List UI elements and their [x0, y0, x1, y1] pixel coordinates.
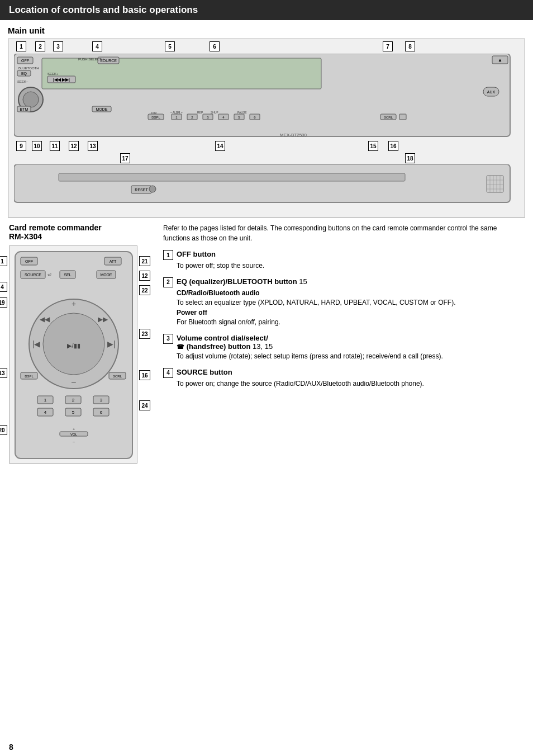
cr-num-13: 13: [0, 368, 7, 378]
card-remote-diagram: 1 4 19 13 20 21 12 22 23 16 24 OFF ATT: [9, 245, 137, 464]
svg-text:2: 2: [72, 398, 75, 403]
desc-num-4: 4: [163, 368, 173, 378]
intro-text: Refer to the pages listed for details. T…: [163, 223, 524, 243]
num-2: 2: [35, 41, 45, 51]
svg-text:▶▶: ▶▶: [98, 315, 108, 323]
svg-text:5: 5: [72, 410, 75, 415]
main-unit-title: Main unit: [8, 26, 516, 35]
num-8: 8: [405, 41, 415, 51]
desc-header-2: 2 EQ (equalizer)/BLUETOOTH button 15: [163, 277, 524, 287]
svg-text:ATT: ATT: [110, 259, 117, 263]
num-15: 15: [368, 141, 378, 151]
desc-body-2a: To select an equalizer type (XPLOD, NATU…: [177, 298, 524, 308]
svg-text:6: 6: [100, 410, 103, 415]
svg-text:VOL: VOL: [70, 433, 78, 436]
svg-text:▶|: ▶|: [107, 339, 116, 348]
desc-title-1: OFF button: [177, 250, 216, 258]
num-18: 18: [405, 153, 415, 163]
num-12: 12: [69, 141, 79, 151]
svg-text:RESET: RESET: [135, 188, 148, 192]
svg-text:MODE: MODE: [101, 273, 112, 277]
num-16: 16: [388, 141, 398, 151]
second-device-svg: RESET: [14, 164, 517, 205]
desc-header-4: 4 SOURCE button: [163, 368, 524, 378]
cr-num-1: 1: [0, 256, 7, 266]
svg-text:SOURCE: SOURCE: [25, 273, 41, 277]
num-3: 3: [53, 41, 63, 51]
svg-rect-1: [42, 58, 321, 89]
desc-header-1: 1 OFF button: [163, 250, 524, 260]
cr-num-12: 12: [139, 271, 150, 281]
desc-num-1: 1: [163, 250, 173, 260]
cr-num-21: 21: [139, 256, 150, 266]
svg-text:⏎: ⏎: [47, 272, 51, 277]
cr-num-16: 16: [139, 370, 150, 380]
desc-body-4: To power on; change the source (Radio/CD…: [177, 379, 524, 389]
svg-text:+: +: [72, 299, 76, 308]
svg-text:BLUETOOTH: BLUETOOTH: [18, 67, 39, 70]
svg-text:MODE: MODE: [96, 107, 108, 111]
desc-item-3: 3 Volume control dial/select/ ☎ (handsfr…: [163, 334, 524, 361]
num-10: 10: [32, 141, 42, 151]
svg-text:SCRL: SCRL: [113, 375, 122, 378]
num-9: 9: [16, 141, 26, 151]
desc-sub2-title-2: Power off: [177, 308, 524, 318]
svg-text:▲: ▲: [498, 58, 502, 63]
desc-sub-title-2: CD/Radio/Bluetooth audio: [177, 289, 524, 298]
svg-text:+: +: [73, 427, 75, 431]
page-header: Location of controls and basic operation…: [0, 0, 533, 20]
svg-text:EQ: EQ: [21, 72, 27, 76]
svg-rect-52: [487, 176, 503, 192]
desc-header-3: 3 Volume control dial/select/ ☎ (handsfr…: [163, 334, 524, 351]
desc-num-2: 2: [163, 277, 173, 287]
desc-item-1: 1 OFF button To power off; stop the sour…: [163, 250, 524, 271]
svg-text:DSPL: DSPL: [25, 375, 34, 378]
cr-num-24: 24: [139, 400, 150, 410]
svg-text:◀◀: ◀◀: [40, 315, 50, 323]
svg-text:SEEK+: SEEK+: [47, 72, 59, 75]
desc-num-3: 3: [163, 334, 173, 344]
svg-rect-47: [14, 164, 510, 202]
num-14: 14: [215, 141, 225, 151]
svg-text:OFF: OFF: [21, 59, 29, 63]
lower-section: Card remote commander RM-X304 1 4 19 13 …: [9, 223, 524, 464]
desc-body-2: CD/Radio/Bluetooth audio To select an eq…: [177, 289, 524, 327]
svg-text:SHUF: SHUF: [211, 111, 218, 114]
svg-text:DSPL: DSPL: [151, 116, 160, 119]
desc-body-2b: For Bluetooth signal on/off, pairing.: [177, 318, 524, 327]
svg-text:– ALBM +: – ALBM +: [170, 111, 183, 114]
svg-text:OFF: OFF: [25, 259, 33, 263]
svg-text:–: –: [73, 440, 75, 443]
num-4: 4: [92, 41, 102, 51]
card-remote-svg: OFF ATT SOURCE SEL ⏎ MODE + – |◀: [9, 246, 138, 464]
page-title: Location of controls and basic operation…: [9, 4, 198, 15]
svg-text:1: 1: [44, 398, 47, 403]
svg-text:PAUSE: PAUSE: [237, 111, 247, 114]
num-5: 5: [165, 41, 175, 51]
desc-item-4: 4 SOURCE button To power on; change the …: [163, 368, 524, 389]
svg-text:BTM: BTM: [20, 107, 28, 111]
svg-text:SCRL: SCRL: [384, 116, 393, 119]
desc-title-2: EQ (equalizer)/BLUETOOTH button 15: [177, 277, 307, 286]
card-remote-title: Card remote commander RM-X304: [9, 223, 137, 241]
desc-title-3: Volume control dial/select/ ☎ (handsfree…: [177, 334, 273, 351]
svg-rect-41: [399, 114, 406, 120]
descriptions-area: Refer to the pages listed for details. T…: [163, 223, 524, 395]
svg-text:|◀◀  ▶▶|: |◀◀ ▶▶|: [53, 77, 70, 82]
svg-text:3: 3: [100, 398, 103, 403]
desc-body-1: To power off; stop the source.: [177, 261, 524, 271]
card-remote-area: Card remote commander RM-X304 1 4 19 13 …: [9, 223, 137, 464]
svg-text:AUX: AUX: [487, 90, 496, 94]
desc-item-2: 2 EQ (equalizer)/BLUETOOTH button 15 CD/…: [163, 277, 524, 327]
svg-text:–: –: [72, 377, 76, 386]
cr-num-4: 4: [0, 282, 7, 292]
svg-text:4: 4: [44, 410, 47, 415]
cr-num-20: 20: [0, 425, 7, 435]
svg-rect-48: [59, 173, 405, 181]
main-unit-diagram: 1 2 3 4 5 6 7 8 OFF BLUETOOTH EQ SEEK–: [8, 39, 525, 218]
svg-text:SEEK–: SEEK–: [17, 80, 28, 83]
num-17: 17: [120, 153, 130, 163]
num-11: 11: [50, 141, 60, 151]
cr-num-23: 23: [139, 329, 150, 339]
svg-point-9: [23, 92, 39, 107]
